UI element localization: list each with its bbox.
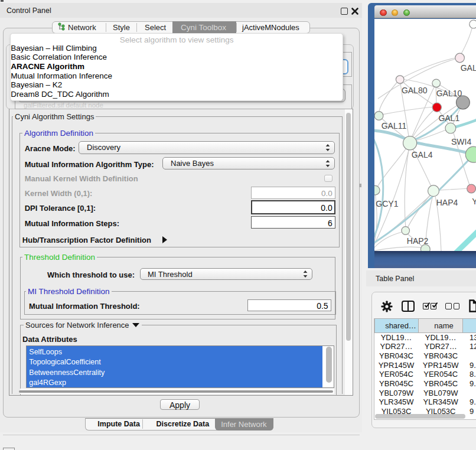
svg-text:GAL11: GAL11 (381, 120, 406, 130)
svg-text:GAL80: GAL80 (402, 85, 428, 94)
svg-text:HAP2: HAP2 (406, 236, 428, 245)
svg-text:HAP4: HAP4 (436, 198, 458, 207)
svg-text:GAL1: GAL1 (438, 113, 459, 123)
svg-text:GCY1: GCY1 (376, 198, 398, 208)
svg-text:SWI4: SWI4 (451, 136, 471, 146)
svg-text:GAL4: GAL4 (411, 149, 432, 159)
svg-text:Y: Y (472, 196, 476, 206)
svg-text:GAL2: GAL2 (460, 63, 476, 73)
svg-text:GAL10: GAL10 (436, 89, 462, 98)
